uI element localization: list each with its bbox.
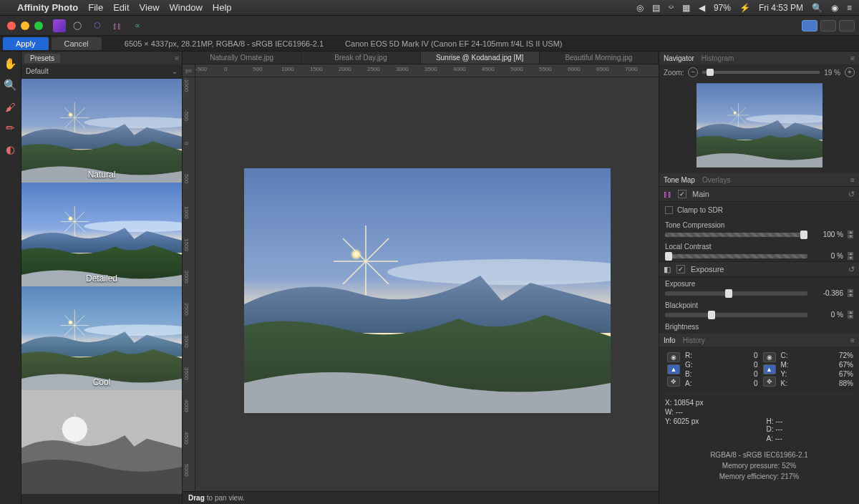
panel-menu-icon[interactable]: ≡ — [175, 54, 179, 62]
preset-natural[interactable]: Natural — [21, 79, 182, 183]
wifi-icon[interactable]: ⌔ — [669, 3, 674, 13]
spotlight-icon[interactable]: 🔍 — [812, 3, 822, 13]
tonemap-tab[interactable]: Tone Map — [664, 176, 695, 184]
exposure-enable-checkbox[interactable]: ✓ — [676, 265, 685, 273]
menu-edit[interactable]: Edit — [113, 2, 129, 13]
info-y: 67% — [839, 370, 853, 378]
menu-help[interactable]: Help — [213, 2, 232, 13]
menu-window[interactable]: Window — [170, 2, 203, 13]
eyedropper-icon[interactable]: ◉ — [763, 352, 776, 362]
overlays-tab[interactable]: Overlays — [702, 176, 730, 184]
volume-icon[interactable]: ◀ — [699, 3, 705, 13]
persona-liquify-icon[interactable]: ⬡ — [89, 19, 106, 33]
view-mode-3[interactable] — [839, 20, 855, 32]
overlay-paint-icon[interactable]: 🖌 — [3, 99, 19, 115]
history-tab[interactable]: History — [683, 336, 705, 344]
local-contrast-label: Local Contrast — [665, 243, 853, 251]
panel-menu-icon[interactable]: ≡ — [850, 336, 855, 344]
preset-label: Cool — [21, 377, 182, 387]
mac-menubar: Affinity Photo File Edit View Window Hel… — [0, 0, 859, 16]
info-xpos: 10854 px — [674, 399, 703, 407]
panel-menu-icon[interactable]: ≡ — [850, 176, 855, 184]
stepper[interactable]: ▴▾ — [848, 289, 853, 297]
disk-icon[interactable]: ▤ — [652, 3, 660, 13]
zoom-in-button[interactable]: + — [845, 67, 855, 77]
stepper[interactable]: ▴▾ — [848, 311, 853, 319]
blackpoint-value: 0 % — [812, 311, 843, 319]
doc-tab-active[interactable]: Sunrise @ Kodanad.jpg [M] — [421, 52, 540, 64]
doc-tab[interactable]: Beautiful Morning.jpg — [540, 52, 659, 64]
preset-detailed[interactable]: Detailed — [21, 183, 182, 286]
local-contrast-value: 0 % — [812, 252, 843, 260]
close-button[interactable] — [7, 21, 16, 30]
stepper[interactable]: ▴▾ — [848, 231, 853, 238]
clamp-checkbox[interactable] — [665, 206, 673, 214]
zoom-out-button[interactable]: − — [688, 67, 698, 77]
main-enable-checkbox[interactable]: ✓ — [678, 190, 686, 198]
persona-export-icon[interactable]: ∝ — [129, 19, 146, 33]
panel-menu-icon[interactable]: ≡ — [850, 54, 855, 62]
hdr-icon[interactable]: ▦ — [682, 3, 690, 13]
info-w: --- — [676, 408, 683, 416]
overlay-erase-icon[interactable]: ✏ — [3, 120, 19, 136]
target-icon[interactable]: ✥ — [763, 377, 776, 387]
persona-tonemap-icon[interactable]: ⫿⫿ — [109, 19, 126, 33]
target-icon[interactable]: ✥ — [667, 377, 680, 387]
zoom-slider[interactable] — [702, 71, 820, 74]
view-mode-1[interactable] — [802, 20, 817, 32]
ruler-vertical: -1000-5000500100015002000250030003500400… — [183, 77, 195, 504]
exposure-slider[interactable] — [665, 291, 807, 296]
maximize-button[interactable] — [34, 21, 43, 30]
blackpoint-slider[interactable] — [665, 313, 807, 317]
reset-icon[interactable]: ↺ — [848, 265, 855, 274]
preset-cool[interactable]: Cool — [21, 286, 182, 390]
app-name[interactable]: Affinity Photo — [17, 2, 78, 13]
stepper[interactable]: ▴▾ — [848, 252, 853, 260]
battery-icon[interactable]: ⚡ — [739, 3, 750, 13]
user-icon[interactable]: ◉ — [831, 3, 838, 13]
info-d: --- — [775, 425, 782, 433]
preset-bw[interactable] — [21, 390, 182, 494]
navigator-tab[interactable]: Navigator — [664, 54, 694, 62]
info-tab[interactable]: Info — [664, 336, 676, 344]
info-ang: --- — [775, 435, 782, 442]
persona-photo-icon[interactable]: ◯ — [69, 19, 86, 33]
zoom-tool-icon[interactable]: 🔍 — [3, 77, 19, 93]
overlay-gradient-icon[interactable]: ◐ — [3, 142, 19, 158]
presets-tab[interactable]: Presets — [24, 54, 60, 63]
navigator-thumbnail[interactable] — [697, 83, 822, 168]
zoom-label: Zoom: — [664, 69, 684, 77]
menu-view[interactable]: View — [140, 2, 160, 13]
tonemap-icon: ⫿⫿ — [664, 190, 672, 198]
window-controls — [7, 21, 43, 30]
blackpoint-label: Blackpoint — [665, 301, 853, 309]
doc-tab[interactable]: Break of Day.jpg — [301, 52, 420, 64]
tone-compression-slider[interactable] — [665, 233, 807, 237]
preset-category-select[interactable]: Default ⌄ — [21, 64, 182, 79]
app-toolbar: ◯ ⬡ ⫿⫿ ∝ — [0, 16, 859, 36]
info-colorspace: RGBA/8 - sRGB IEC61966-2.1 — [665, 450, 853, 460]
hand-tool-icon[interactable]: ✋ — [3, 56, 19, 72]
tone-compression-value: 100 % — [812, 231, 843, 238]
reset-icon[interactable]: ↺ — [848, 190, 855, 199]
cancel-button[interactable]: Cancel — [52, 37, 102, 50]
pointer-icon[interactable]: ▲ — [667, 364, 680, 374]
apply-button[interactable]: Apply — [3, 37, 49, 50]
zoom-value: 19 % — [824, 69, 840, 77]
doc-tab[interactable]: Naturally Ornate.jpg — [183, 52, 301, 64]
pointer-icon[interactable]: ▲ — [763, 364, 776, 374]
canvas[interactable] — [195, 77, 659, 504]
local-contrast-slider[interactable] — [665, 254, 807, 258]
siri-icon[interactable]: ◎ — [636, 3, 644, 13]
app-icon — [53, 19, 66, 32]
clock[interactable]: Fri 4:53 PM — [759, 3, 803, 13]
view-mode-2[interactable] — [820, 20, 836, 32]
exposure-label: Exposure — [665, 280, 853, 288]
menu-extras-icon[interactable]: ≡ — [847, 3, 852, 13]
histogram-tab[interactable]: Histogram — [702, 54, 734, 62]
info-c: 72% — [839, 352, 853, 359]
menu-file[interactable]: File — [88, 2, 103, 13]
preset-label: Natural — [21, 170, 182, 180]
eyedropper-icon[interactable]: ◉ — [667, 352, 680, 362]
minimize-button[interactable] — [21, 21, 29, 30]
